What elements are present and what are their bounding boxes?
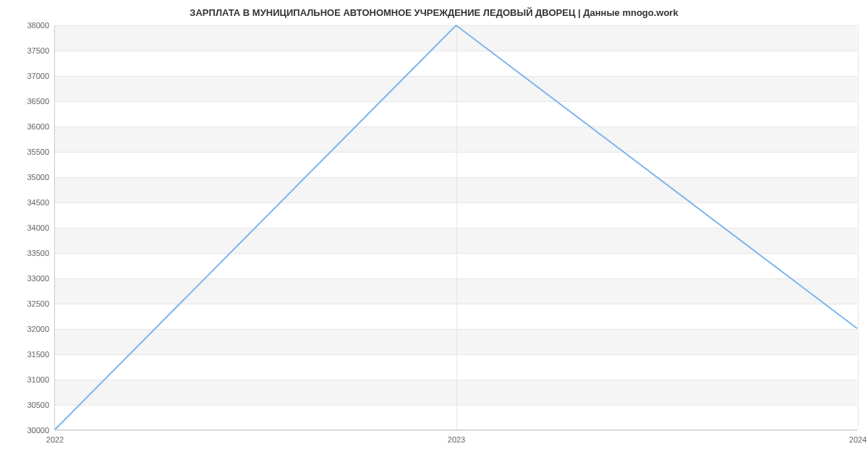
y-tick-label: 33500 — [27, 249, 49, 257]
y-tick-label: 30000 — [27, 426, 49, 435]
line-series — [55, 25, 857, 430]
grid-line — [55, 430, 857, 431]
y-tick-label: 37000 — [27, 72, 49, 80]
y-tick-label: 34000 — [27, 223, 49, 232]
x-grid-line — [858, 25, 859, 430]
y-tick-label: 32000 — [27, 325, 49, 333]
x-tick-label: 2023 — [448, 435, 465, 444]
y-tick-label: 31500 — [27, 350, 49, 359]
y-tick-label: 34500 — [27, 198, 49, 207]
y-tick-label: 35000 — [27, 173, 49, 181]
chart-title: ЗАРПЛАТА В МУНИЦИПАЛЬНОЕ АВТОНОМНОЕ УЧРЕ… — [0, 7, 868, 18]
y-tick-label: 36000 — [27, 122, 49, 131]
x-tick-label: 2022 — [46, 435, 64, 444]
y-tick-label: 37500 — [27, 46, 49, 55]
y-tick-label: 33000 — [27, 274, 49, 283]
plot-area: 3000030500310003150032000325003300033500… — [54, 25, 857, 430]
y-tick-label: 35500 — [27, 148, 49, 156]
x-tick-label: 2024 — [849, 435, 867, 444]
y-tick-label: 32500 — [27, 299, 49, 308]
y-tick-label: 31000 — [27, 375, 49, 384]
data-line — [55, 25, 857, 430]
y-tick-label: 38000 — [27, 21, 49, 30]
y-tick-label: 30500 — [27, 401, 49, 409]
y-tick-label: 36500 — [27, 97, 49, 106]
